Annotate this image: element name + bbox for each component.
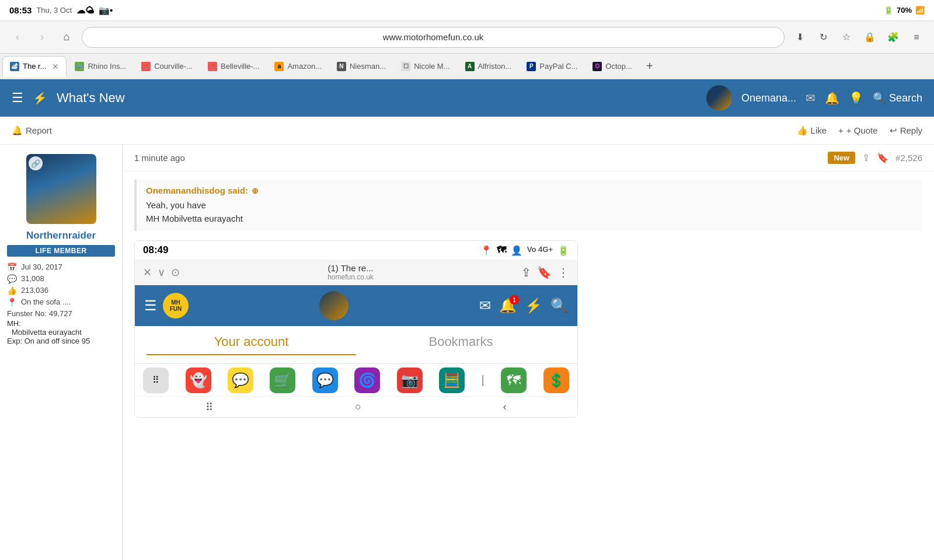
share-icon[interactable]: ⇪: [862, 152, 870, 163]
refresh-icon[interactable]: ↻: [814, 28, 832, 47]
bookmark-icon[interactable]: 🔖: [877, 152, 888, 163]
user-stats: 📅 Jul 30, 2017 💬 31,008 👍 213,036 📍 On t…: [7, 262, 115, 345]
like-button[interactable]: 👍 Like: [797, 125, 827, 136]
date-display: Thu, 3 Oct: [36, 6, 72, 15]
embedded-nav-right: ✉ 🔔 1 ⚡ 🔍: [479, 298, 568, 314]
messages-row: 💬 31,008: [7, 274, 115, 284]
mail-icon-nav[interactable]: ✉: [806, 91, 815, 105]
location-icon: 📍: [7, 298, 19, 307]
embedded-bell-badge: 🔔 1: [499, 298, 517, 314]
quote-author-text: Onemanandhisdog said:: [146, 186, 248, 195]
tab-1[interactable]: 🏕 The r... ✕: [2, 56, 67, 77]
hamburger-menu[interactable]: ☰: [12, 90, 23, 106]
tab-8-label: Alfriston...: [478, 62, 512, 71]
quote-block: Onemanandhisdog said: ⊕ Yeah, you have M…: [134, 180, 922, 231]
reply-button[interactable]: ↩ Reply: [890, 125, 922, 136]
android-app-yellow: 💬: [228, 368, 253, 393]
back-button[interactable]: ‹: [8, 28, 27, 47]
download-icon[interactable]: ⬇: [790, 28, 809, 47]
reactions-icon: 👍: [7, 286, 19, 295]
tab-5[interactable]: a Amazon...: [267, 56, 329, 77]
embedded-person-icon: 👤: [511, 245, 522, 256]
avatar-badge-icon: 🔗: [29, 156, 43, 170]
embedded-map-icon: 🗺: [497, 245, 506, 256]
reactions-row: 👍 213,036: [7, 286, 115, 295]
android-app-maps: 🗺: [501, 368, 527, 393]
tab-2[interactable]: 🦏 Rhino Ins...: [68, 56, 133, 77]
tab-6-favicon: N: [337, 62, 346, 71]
search-button[interactable]: 🔍 Search: [873, 92, 922, 104]
funster-row: Funster No: 49,727: [7, 309, 115, 318]
time-display: 08:53: [9, 5, 32, 15]
join-date-value: Jul 30, 2017: [21, 262, 62, 271]
embedded-android-bottom: ⠿ 👻 💬 🛒 💬 🌀 📷 🧮 | 🗺 💲: [135, 363, 577, 396]
tab-5-favicon: a: [274, 62, 284, 71]
android-app-grid: ⠿: [143, 368, 169, 393]
quote-button[interactable]: + + Quote: [838, 125, 878, 135]
android-app-blue: 💬: [312, 368, 338, 393]
messages-icon: 💬: [7, 274, 19, 284]
tab-3-label: Courville-...: [154, 62, 193, 71]
search-label: Search: [889, 92, 922, 104]
extensions-icon[interactable]: 🧩: [884, 28, 902, 47]
user-avatar: 🔗: [26, 154, 96, 224]
forward-button[interactable]: ›: [33, 28, 51, 47]
post-meta-right: New ⇪ 🔖 #2,526: [828, 152, 922, 164]
report-icon: 🔔: [12, 125, 23, 136]
whats-new-link[interactable]: What's New: [57, 90, 125, 106]
embedded-tune-icon: ⊙: [171, 266, 180, 279]
report-button[interactable]: 🔔 Report: [12, 125, 52, 136]
calendar-icon: 📅: [7, 262, 19, 272]
android-nav-home: ○: [355, 401, 361, 413]
reply-label: Reply: [900, 125, 922, 135]
tab-6[interactable]: N Niesman...: [330, 56, 393, 77]
embedded-browser-icons: ⇪ 🔖 ⋮: [521, 265, 569, 279]
user-avatar-nav[interactable]: [706, 85, 732, 111]
tab-8[interactable]: A Alfriston...: [458, 56, 519, 77]
embedded-browser-bar: ✕ ∨ ⊙ (1) The re... homefun.co.uk ⇪ 🔖 ⋮: [135, 260, 577, 285]
tab-7[interactable]: ☐ Nicole M...: [394, 56, 456, 77]
tab-3[interactable]: 📍 Courville-...: [134, 56, 200, 77]
tab-10[interactable]: O Octop...: [586, 56, 639, 77]
embedded-signal: Vo 4G+: [527, 245, 553, 256]
post-area: 1 minute ago New ⇪ 🔖 #2,526 Onemanandhis…: [123, 145, 934, 560]
address-bar[interactable]: www.motorhomefun.co.uk: [82, 27, 785, 48]
messages-value: 31,008: [21, 274, 44, 283]
post-meta: 1 minute ago New ⇪ 🔖 #2,526: [123, 145, 934, 172]
life-member-badge: LIFE MEMBER: [7, 245, 115, 257]
username-link[interactable]: Northernraider: [7, 230, 115, 242]
tab-9-label: PayPal C...: [539, 62, 577, 71]
tab-4-favicon: 📍: [208, 62, 217, 71]
embedded-search-icon: 🔍: [550, 298, 568, 314]
embedded-mhfun-logo: MHFUN: [163, 293, 189, 318]
tab-10-label: Octop...: [605, 62, 632, 71]
user-name-nav[interactable]: Onemana...: [741, 92, 796, 104]
quote-link-icon[interactable]: ⊕: [252, 186, 259, 195]
tab-8-favicon: A: [465, 62, 475, 71]
tab-1-close[interactable]: ✕: [52, 62, 59, 71]
home-button[interactable]: ⌂: [57, 28, 76, 47]
tab-1-label: The r...: [23, 62, 46, 71]
new-badge: New: [828, 152, 855, 164]
embedded-screenshot: 08:49 📍 🗺 👤 Vo 4G+ 🔋 ✕ ∨ ⊙ (1) The re...…: [134, 240, 578, 418]
user-sidebar: 🔗 Northernraider LIFE MEMBER 📅 Jul 30, 2…: [0, 145, 123, 560]
tab-9[interactable]: P PayPal C...: [520, 56, 584, 77]
embedded-time: 08:49: [143, 244, 168, 256]
like-icon: 👍: [797, 125, 808, 136]
wifi-icon: 📶: [915, 6, 925, 15]
embedded-account-tab: Your account: [147, 334, 356, 355]
menu-icon[interactable]: ≡: [907, 28, 926, 47]
add-tab-button[interactable]: +: [640, 57, 659, 76]
battery-icon: 🔋: [884, 6, 893, 15]
tab-1-favicon: 🏕: [10, 62, 19, 71]
tab-7-label: Nicole M...: [414, 62, 449, 71]
exp-label: Exp:: [7, 337, 25, 345]
bell-icon-nav[interactable]: 🔔: [825, 91, 839, 105]
bulb-icon-nav[interactable]: 💡: [849, 91, 863, 105]
tab-4[interactable]: 📍 Belleville-...: [201, 56, 266, 77]
quote-line-1: Yeah, you have: [146, 199, 913, 212]
search-icon: 🔍: [873, 92, 886, 104]
embedded-forum-nav: ☰ MHFUN ✉ 🔔 1 ⚡ 🔍: [135, 285, 577, 326]
star-icon[interactable]: ☆: [837, 28, 856, 47]
tabs-bar: 🏕 The r... ✕ 🦏 Rhino Ins... 📍 Courville-…: [0, 54, 934, 79]
